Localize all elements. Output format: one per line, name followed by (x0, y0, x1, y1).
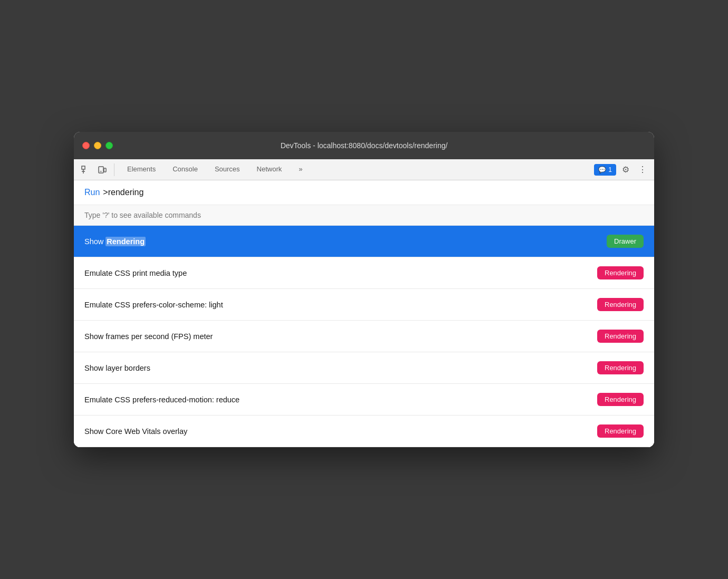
tab-more[interactable]: » (290, 159, 311, 180)
run-command: >rendering (103, 188, 143, 197)
rendering-badge-4[interactable]: Rendering (597, 361, 644, 374)
command-item-emulate-print[interactable]: Emulate CSS print media type Rendering (74, 257, 654, 289)
run-label: Run (84, 188, 100, 197)
command-search-input[interactable] (84, 211, 644, 219)
rendering-badge-5[interactable]: Rendering (597, 393, 644, 406)
command-item-show-layer[interactable]: Show layer borders Rendering (74, 352, 654, 384)
main-content: Run >rendering Show Rendering Drawer E (74, 180, 654, 447)
command-text-emulate-print: Emulate CSS print media type (84, 269, 187, 277)
command-text-core-web: Show Core Web Vitals overlay (84, 427, 187, 436)
tab-sources[interactable]: Sources (206, 159, 248, 180)
devtools-window: DevTools - localhost:8080/docs/devtools/… (74, 132, 654, 447)
devtools-panel: Elements Console Sources Network » 💬 1 ⚙… (74, 159, 654, 447)
badge-count: 1 (608, 166, 612, 173)
titlebar: DevTools - localhost:8080/docs/devtools/… (74, 132, 654, 159)
search-box-area (74, 205, 654, 226)
tab-console[interactable]: Console (164, 159, 206, 180)
run-header: Run >rendering (74, 180, 654, 205)
rendering-badge-1[interactable]: Rendering (597, 266, 644, 279)
command-item-reduced-motion[interactable]: Emulate CSS prefers-reduced-motion: redu… (74, 384, 654, 416)
close-button[interactable] (82, 142, 90, 149)
command-text-show-rendering: Show Rendering (84, 237, 146, 246)
command-text-reduced-motion: Emulate CSS prefers-reduced-motion: redu… (84, 395, 240, 404)
more-options-button[interactable]: ⋮ (635, 162, 650, 177)
toolbar-divider (114, 163, 114, 176)
traffic-lights (82, 142, 113, 149)
command-item-emulate-color[interactable]: Emulate CSS prefers-color-scheme: light … (74, 289, 654, 321)
command-item-show-fps[interactable]: Show frames per second (FPS) meter Rende… (74, 321, 654, 352)
rendering-badge-3[interactable]: Rendering (597, 330, 644, 343)
toolbar-right: 💬 1 ⚙ ⋮ (594, 162, 650, 177)
toolbar-tabs: Elements Console Sources Network » (119, 159, 592, 180)
command-text-show-fps: Show frames per second (FPS) meter (84, 332, 213, 341)
svg-rect-3 (99, 167, 103, 173)
svg-rect-4 (104, 168, 106, 172)
command-text-show-layer: Show layer borders (84, 364, 150, 372)
settings-button[interactable]: ⚙ (618, 162, 633, 177)
svg-rect-0 (82, 166, 85, 169)
minimize-button[interactable] (94, 142, 101, 149)
window-title: DevTools - localhost:8080/docs/devtools/… (281, 141, 448, 150)
rendering-badge-2[interactable]: Rendering (597, 298, 644, 311)
command-item-show-rendering[interactable]: Show Rendering Drawer (74, 226, 654, 257)
command-text-highlight: Rendering (106, 237, 146, 246)
command-text-prefix: Show (84, 237, 106, 246)
command-list: Show Rendering Drawer Emulate CSS print … (74, 226, 654, 447)
inspect-icon-button[interactable] (78, 162, 93, 177)
tab-network[interactable]: Network (248, 159, 291, 180)
command-item-core-web[interactable]: Show Core Web Vitals overlay Rendering (74, 416, 654, 447)
devtools-toolbar: Elements Console Sources Network » 💬 1 ⚙… (74, 159, 654, 180)
device-toggle-button[interactable] (95, 162, 110, 177)
rendering-badge-6[interactable]: Rendering (597, 424, 644, 438)
maximize-button[interactable] (106, 142, 113, 149)
drawer-badge-button[interactable]: Drawer (607, 235, 644, 248)
badge-icon: 💬 (598, 166, 606, 173)
command-text-emulate-color: Emulate CSS prefers-color-scheme: light (84, 301, 223, 309)
notification-badge-button[interactable]: 💬 1 (594, 164, 616, 176)
tab-elements[interactable]: Elements (119, 159, 164, 180)
